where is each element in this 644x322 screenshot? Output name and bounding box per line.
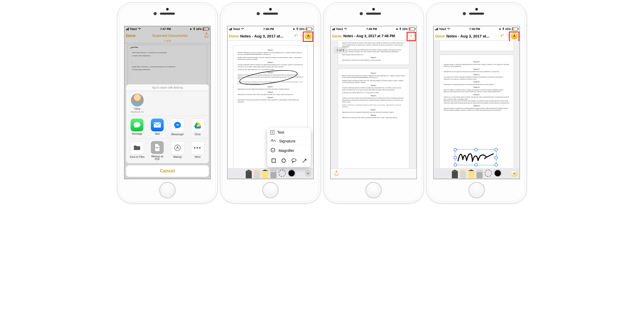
add-annotation-popup: T Text Signature a Magnifier: [267, 128, 311, 167]
article-heading: Članak 11.: [444, 69, 510, 71]
article-heading: Članak 15.: [444, 94, 510, 96]
airdrop-contact[interactable]: Chris MacBook Air: [127, 94, 148, 113]
article-text: Ovim ugovorom se izričito zabranjuje dov…: [444, 76, 510, 80]
share-app-drive[interactable]: Drive: [188, 119, 208, 136]
shape-circle[interactable]: [281, 158, 286, 164]
location-icon: ➤: [396, 27, 398, 31]
svg-rect-5: [272, 159, 275, 162]
share-app-message[interactable]: Message: [127, 119, 147, 136]
status-bar: Tele2 7:48 PM ➤ 15%: [228, 26, 314, 31]
home-button[interactable]: [365, 182, 382, 198]
redo-button[interactable]: ↷: [299, 33, 303, 39]
article-text: Otkazni rok, u slučaju kršenja nekih od …: [444, 96, 510, 104]
color-picker[interactable]: [494, 169, 501, 177]
home-button[interactable]: [159, 182, 176, 198]
bluetooth-icon: [399, 27, 401, 31]
messages-icon: [131, 119, 144, 131]
home-button[interactable]: [468, 182, 485, 198]
wifi-icon: [241, 27, 244, 31]
article-text: Najmoprimac snosi bez suglasnosti najmod…: [238, 88, 304, 90]
article-text: Najmoprimac se ovim ugovorom obvezuje da…: [444, 71, 510, 73]
article-heading: Članak 14.: [444, 86, 510, 89]
article-heading: Članak 4.: [342, 72, 405, 74]
highlighter-tool[interactable]: [254, 170, 260, 178]
pen-tool[interactable]: [452, 170, 458, 178]
article-text: Najmodavac se omogućiti Najmoprimcu kori…: [444, 84, 510, 86]
battery-pct-label: 15%: [402, 27, 408, 31]
signature-annotation[interactable]: [456, 150, 495, 164]
undo-button[interactable]: ↶: [294, 33, 298, 39]
share-sheet: Tap to share with AirDrop Chris MacBook …: [126, 84, 209, 177]
add-annotation-button[interactable]: +: [305, 170, 311, 177]
svg-point-7: [292, 159, 296, 162]
share-button[interactable]: [334, 170, 339, 177]
done-button[interactable]: Done: [435, 34, 445, 38]
pencil-tool[interactable]: [262, 170, 268, 178]
undo-button[interactable]: ↶: [500, 33, 504, 39]
action-markup-as-pdf[interactable]: PDF Markup as PDF: [147, 141, 167, 161]
signal-icon: [332, 28, 335, 30]
done-button[interactable]: Done: [332, 34, 342, 38]
article-heading: Članak 8.: [238, 91, 304, 93]
popup-signature[interactable]: Signature: [267, 137, 311, 145]
svg-point-6: [282, 159, 285, 162]
document-scroll[interactable]: Članak 10. Ugovorne strane su suglasne d…: [434, 41, 520, 169]
eraser-tool[interactable]: [270, 170, 276, 178]
shape-square[interactable]: [271, 158, 276, 164]
markup-icon: [171, 141, 184, 154]
navigation-bar: Done Notes - Aug 3, 2017 at... ↶ ↷: [228, 31, 314, 41]
earpiece-speaker: [160, 13, 175, 15]
article-heading: Članak 16.: [444, 105, 510, 107]
color-picker[interactable]: [288, 169, 295, 177]
proximity-sensor: [475, 8, 478, 11]
bluetooth-icon: [502, 27, 504, 31]
pencil-tool[interactable]: [468, 170, 474, 178]
markup-toolbar: +: [228, 168, 314, 179]
callout-highlight: [509, 32, 519, 42]
battery-icon: [512, 27, 518, 31]
shape-arrow[interactable]: [302, 158, 307, 164]
lasso-tool[interactable]: [485, 170, 492, 177]
article-heading: Članak 5.: [238, 62, 304, 64]
highlighter-tool[interactable]: [460, 170, 466, 178]
article-text: Ugovorne strane su suglasne da Najmoprim…: [444, 64, 510, 67]
screen: Tele2 7:49 PM ➤ 15% Done Notes - Aug 3, …: [434, 26, 520, 179]
action-more[interactable]: ••• More: [188, 141, 208, 161]
location-icon: ➤: [499, 27, 501, 31]
signature-icon: [270, 139, 276, 143]
document-scroll[interactable]: Ugovorne strane utvrđuju da se stan u ži…: [331, 41, 417, 169]
status-bar: Tele2 7:48 PM ➤ 15%: [331, 26, 417, 31]
article-heading: Članak 9.: [238, 97, 304, 99]
home-button[interactable]: [262, 182, 279, 198]
redo-button[interactable]: ↷: [506, 33, 509, 39]
signal-icon: [229, 28, 232, 30]
markup-toolbar: +: [434, 168, 520, 179]
article-text: Ugovorne stranke su suglasne da sve nbar…: [444, 108, 510, 111]
action-markup[interactable]: Markup: [167, 141, 188, 161]
share-app-mail[interactable]: Mail: [147, 119, 167, 136]
popup-text[interactable]: T Text: [267, 128, 311, 137]
cancel-button[interactable]: Cancel: [126, 165, 209, 177]
article-text: U otkaznom roku cijena najamnine iz čl. …: [238, 69, 304, 71]
eraser-tool[interactable]: [476, 170, 482, 178]
shape-speech[interactable]: [291, 158, 296, 164]
clock-label: 7:48 PM: [263, 27, 274, 31]
article-text: Najmoprimac snosi bez suglasnosti najmod…: [342, 111, 405, 113]
wifi-icon: [447, 27, 450, 31]
action-save-to-files[interactable]: Save to Files: [127, 141, 147, 161]
screen: Tele2 7:48 PM ➤ 15% Done Notes - Aug 3, …: [330, 26, 417, 179]
add-annotation-button[interactable]: +: [511, 170, 518, 177]
done-button[interactable]: Done: [229, 34, 239, 38]
svg-text:PDF: PDF: [156, 147, 159, 149]
carrier-label: Tele2: [439, 27, 446, 31]
article-text: U slučaju neplaćanja obaveza iz članka 4…: [238, 64, 304, 68]
carrier-label: Tele2: [336, 27, 343, 31]
folder-icon: [130, 141, 144, 154]
popup-magnifier[interactable]: a Magnifier: [267, 145, 311, 156]
callout-highlight: [407, 32, 416, 41]
contact-device: MacBook Air: [131, 111, 144, 113]
share-app-messenger[interactable]: Messenger: [167, 119, 188, 136]
front-camera: [257, 12, 260, 15]
lasso-tool[interactable]: [278, 170, 286, 177]
pen-tool[interactable]: [246, 170, 252, 178]
